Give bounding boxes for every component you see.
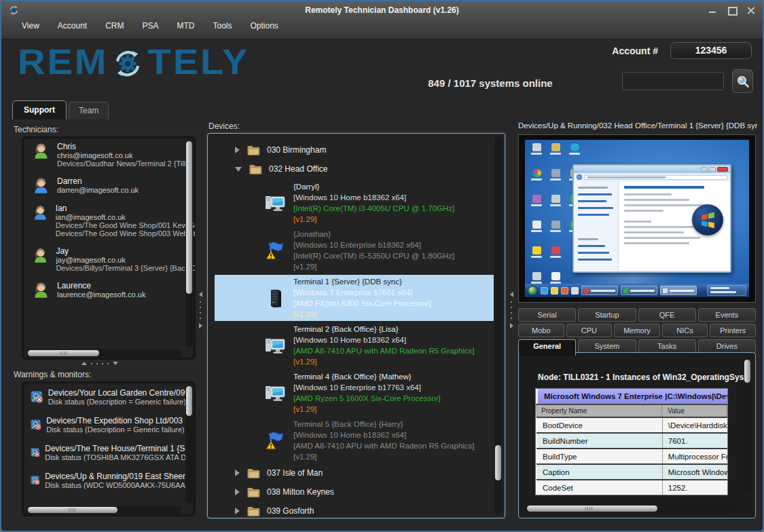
tree-device-row[interactable]: Terminal 2 {Back Office} {Lisa} [Windows… — [215, 322, 494, 368]
tree-vertical-scrollbar[interactable] — [494, 136, 502, 515]
remote-taskbar — [525, 284, 749, 297]
device-os: [Windows 10 Home b18362 x64] — [293, 430, 475, 440]
general-horizontal-scrollbar[interactable] — [526, 505, 736, 512]
tab-general[interactable]: General — [518, 339, 576, 356]
warning-list-item[interactable]: Devices/Your Local Garden Centre/099 Dis… — [22, 382, 195, 410]
technicians-vertical-scrollbar[interactable] — [185, 140, 193, 347]
tab-qfe[interactable]: QFE — [638, 308, 696, 322]
table-row[interactable]: Caption Microsoft Windows — [536, 463, 727, 479]
collapse-left-icon[interactable] — [510, 292, 513, 297]
panel-splitter-horizontal[interactable] — [81, 362, 118, 365]
warnings-vertical-scrollbar[interactable] — [185, 385, 193, 504]
panel-splitter-right[interactable] — [507, 292, 515, 328]
close-button[interactable] — [746, 6, 756, 14]
menu-item-view[interactable]: View — [22, 21, 39, 31]
general-tab-panel: Node: TILL0321 - 1 Instances of Win32_Op… — [518, 352, 756, 518]
tab-nics[interactable]: NICs — [662, 324, 708, 337]
tree-device-row[interactable]: Terminal 5 {Back Office} {Harry} [Window… — [215, 417, 494, 463]
technician-name: Darren — [57, 176, 139, 186]
tree-folder-row[interactable]: 037 Isle of Man — [235, 465, 494, 481]
warning-list-item[interactable]: Devices/The Tree House/Terminal 1 {Se Di… — [22, 438, 195, 466]
table-row[interactable]: CodeSet 1252. — [536, 479, 727, 495]
expand-arrow-icon[interactable] — [235, 489, 240, 495]
technician-session: Devices/The Good Wine Shop/003 Website — [56, 229, 188, 238]
menu-item-account[interactable]: Account — [58, 21, 87, 31]
technicians-horizontal-scrollbar[interactable] — [26, 349, 181, 357]
server-icon — [263, 288, 287, 308]
technician-avatar-icon — [32, 281, 50, 299]
warning-device-path: Devices/Up & Running/019 East Sheen, — [45, 472, 189, 481]
expand-arrow-icon[interactable] — [235, 508, 240, 514]
folder-icon — [247, 145, 260, 156]
remote-screenshot-preview[interactable] — [518, 134, 756, 303]
search-button[interactable] — [732, 69, 753, 93]
account-number-field[interactable]: 123456 — [670, 42, 752, 59]
tab-events[interactable]: Events — [698, 308, 756, 322]
expand-arrow-icon[interactable] — [235, 147, 240, 153]
tab-mobo[interactable]: Mobo — [518, 324, 564, 337]
tab-serial[interactable]: Serial — [518, 308, 576, 322]
property-cell: BuildNumber — [537, 434, 663, 448]
technician-list-item[interactable]: Darren darren@imagesoft.co.uk — [22, 172, 195, 199]
technicians-list: Chris chris@imagesoft.co.uk Devices/Daud… — [22, 136, 196, 360]
table-row[interactable]: BootDevice \Device\HarddiskVo — [536, 417, 727, 432]
computer-icon — [263, 383, 287, 403]
tab-team[interactable]: Team — [69, 102, 109, 119]
device-title: {Darryl} — [293, 181, 454, 192]
tree-device-row-selected[interactable]: Terminal 1 {Server} {DDB sync} [Windows … — [215, 275, 494, 321]
tree-folder-row[interactable]: 039 Gosforth — [235, 503, 494, 516]
collapse-up-icon[interactable] — [81, 362, 87, 365]
maximize-button[interactable] — [727, 6, 737, 14]
menu-item-psa[interactable]: PSA — [142, 21, 158, 31]
menu-item-crm[interactable]: CRM — [105, 21, 124, 31]
tab-cpu[interactable]: CPU — [566, 324, 613, 337]
warnings-list: Devices/Your Local Garden Centre/099 Dis… — [22, 381, 196, 516]
technician-list-item[interactable]: Chris chris@imagesoft.co.uk Devices/Daud… — [22, 137, 195, 172]
tab-tasks[interactable]: Tasks — [638, 339, 696, 353]
disk-error-icon — [31, 470, 39, 491]
collapse-down-icon[interactable] — [113, 362, 118, 365]
devices-label: Devices: — [208, 121, 240, 131]
warning-list-item[interactable]: Devices/The Expedition Shop Ltd/003 L Di… — [22, 410, 195, 438]
tab-support[interactable]: Support — [12, 100, 67, 119]
tab-startup[interactable]: Startup — [578, 308, 636, 322]
tab-drives[interactable]: Drives — [698, 339, 756, 353]
table-row[interactable]: BuildType Multiprocessor Free — [536, 448, 727, 463]
technician-list-item[interactable]: Jay jay@imagesoft.co.uk Devices/Billys/T… — [22, 242, 195, 276]
menu-item-mtd[interactable]: MTD — [177, 21, 195, 31]
collapse-left-icon[interactable] — [199, 292, 202, 297]
menu-item-options[interactable]: Options — [251, 21, 278, 31]
device-tree-panel: 030 Birmingham 032 Head Office {Darryl} … — [207, 133, 505, 518]
collapse-arrow-icon[interactable] — [235, 167, 242, 172]
tree-device-row[interactable]: Terminal 4 {Back Office} {Mathew} [Windo… — [215, 370, 494, 416]
device-title: Terminal 5 {Back Office} {Harry} — [293, 419, 475, 430]
technician-list-item[interactable]: Ian ian@imagesoft.co.uk Devices/The Good… — [22, 199, 195, 242]
tree-device-row[interactable]: {Jonathan} [Windows 10 Enterprise b18362… — [215, 227, 494, 273]
search-input[interactable] — [622, 72, 724, 90]
warnings-horizontal-scrollbar[interactable] — [26, 506, 181, 514]
tree-device-row[interactable]: {Darryl} [Windows 10 Home b18362 x64] [I… — [215, 180, 494, 226]
table-row[interactable]: BuildNumber 7601. — [536, 432, 727, 448]
panel-splitter-left[interactable] — [196, 292, 204, 328]
warning-list-item[interactable]: Devices/Up & Running/019 East Sheen, Dis… — [22, 466, 195, 493]
tab-printers[interactable]: Printers — [710, 324, 756, 337]
collapse-right-icon[interactable] — [510, 323, 513, 328]
remotely-logo: REM TELY — [18, 43, 249, 81]
remote-clock — [707, 285, 746, 296]
tree-folder-row[interactable]: 038 Milton Keynes — [235, 484, 494, 500]
remote-desktop-thumbnail — [525, 140, 749, 297]
wmi-table-title: Microsoft Windows 7 Enterprise |C:\Windo… — [536, 389, 727, 404]
general-vertical-scrollbar[interactable] — [744, 358, 751, 493]
minimize-button[interactable] — [708, 6, 718, 14]
expand-arrow-icon[interactable] — [235, 470, 240, 476]
technician-list-item[interactable]: Laurence laurence@imagesoft.co.uk — [22, 276, 195, 303]
tab-system[interactable]: System — [578, 339, 636, 353]
menu-item-tools[interactable]: Tools — [213, 21, 232, 31]
main-tab-strip: Support Team — [12, 100, 109, 119]
tab-memory[interactable]: Memory — [614, 324, 660, 337]
tree-folder-row[interactable]: 030 Birmingham — [235, 142, 494, 158]
remote-system-window — [572, 164, 731, 273]
collapse-right-icon[interactable] — [199, 323, 202, 328]
device-os: [Windows 10 Home b18362 x64] — [293, 192, 454, 203]
tree-folder-row[interactable]: 032 Head Office — [235, 161, 494, 177]
